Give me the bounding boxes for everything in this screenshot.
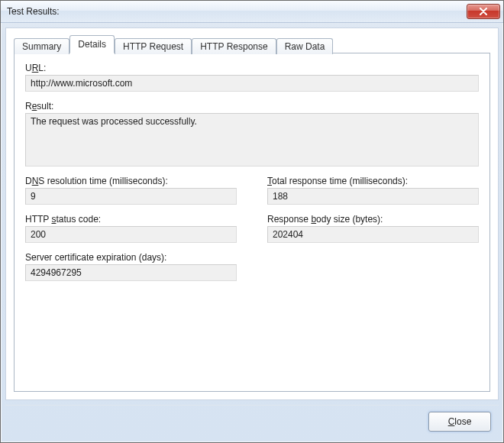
total-label: Total response time (milliseconds):	[267, 176, 479, 186]
status-field: 200	[25, 226, 237, 243]
total-field: 188	[267, 188, 479, 205]
status-label: HTTP status code:	[25, 214, 237, 225]
titlebar: Test Results:	[1, 1, 503, 23]
result-field: The request was processed successfully.	[25, 113, 479, 167]
window-close-button[interactable]	[467, 4, 500, 19]
window-title: Test Results:	[7, 6, 467, 17]
body-label: Response body size (bytes):	[267, 214, 479, 225]
tabpage-details: URL: http://www.microsoft.com Result: Th…	[14, 53, 490, 392]
tab-details[interactable]: Details	[69, 35, 115, 53]
url-label: URL:	[25, 63, 479, 73]
client-area: Summary Details HTTP Request HTTP Respon…	[5, 27, 499, 400]
tab-http-response[interactable]: HTTP Response	[192, 38, 276, 54]
cert-field: 4294967295	[25, 264, 237, 281]
tab-http-request[interactable]: HTTP Request	[115, 38, 192, 54]
dialog-window: Test Results: Summary Details HTTP Reque…	[0, 0, 504, 443]
dns-label: DNS resolution time (milliseconds):	[25, 176, 237, 186]
bottom-bar: Close	[5, 405, 499, 438]
result-label: Result:	[25, 101, 479, 112]
tab-raw-data[interactable]: Raw Data	[276, 38, 334, 54]
tab-summary[interactable]: Summary	[14, 38, 69, 54]
close-icon	[479, 8, 488, 15]
dns-field: 9	[25, 188, 237, 205]
cert-label: Server certificate expiration (days):	[25, 252, 237, 263]
body-field: 202404	[267, 226, 479, 243]
close-button[interactable]: Close	[428, 412, 491, 432]
url-field: http://www.microsoft.com	[25, 75, 479, 92]
tabstrip: Summary Details HTTP Request HTTP Respon…	[14, 36, 490, 53]
